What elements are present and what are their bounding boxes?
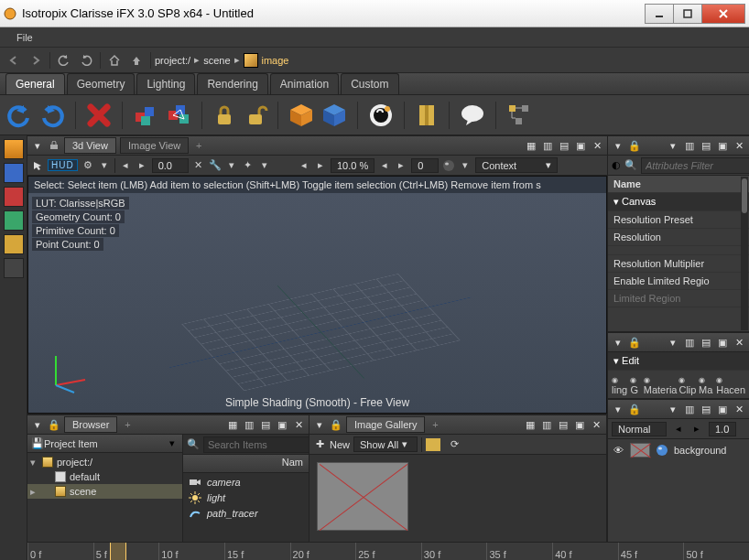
search-icon[interactable]: 🔍 [187,438,200,451]
group-button[interactable] [132,102,159,129]
pos-field[interactable]: 0.0 [152,158,189,173]
tree-item-project[interactable]: ▾project:/ [27,455,182,469]
tree-item-default[interactable]: default [27,469,182,484]
combine-button[interactable] [165,102,192,129]
layout-icon[interactable]: ▤ [700,403,712,415]
close-button[interactable] [701,4,745,24]
panel-close-icon[interactable]: ✕ [591,139,603,152]
lock-icon[interactable]: 🔒 [330,418,342,431]
forward-button[interactable] [26,50,46,70]
tab-rendering[interactable]: Rendering [197,73,267,94]
breadcrumb-root[interactable]: project:/ [155,55,190,66]
undo-button[interactable] [5,102,33,129]
eye-icon[interactable]: 👁 [612,444,624,457]
layout-icon[interactable]: ▣ [716,139,729,152]
layout-icon[interactable]: ▦ [525,139,537,152]
layout-icon[interactable]: ▥ [683,139,696,152]
new-button[interactable]: New [330,439,350,450]
step-left-icon[interactable]: ◂ [298,159,310,172]
gallery-filter[interactable]: Show All▾ [353,436,418,452]
chevron-down-icon[interactable]: ▾ [31,418,44,431]
box-blue-button[interactable] [320,102,348,129]
chevron-down-icon[interactable]: ▾ [667,403,679,415]
layout-icon[interactable]: ▤ [700,139,712,152]
cursor-icon[interactable] [31,159,44,172]
add-tab-icon[interactable]: + [429,418,441,431]
layer-row[interactable]: 👁 background [608,439,749,461]
chevron-down-icon[interactable]: ▾ [612,139,624,152]
lock-icon[interactable]: 🔒 [628,139,641,152]
menu-file[interactable]: File [9,29,40,46]
3d-viewport[interactable]: Select: Select item (LMB) Add item to se… [27,176,607,414]
unlock-button[interactable] [243,102,268,128]
layout-icon[interactable]: ▤ [700,336,712,349]
breadcrumb-scene[interactable]: scene [203,55,230,66]
list-item[interactable]: camera [183,475,309,490]
lock-icon[interactable]: 🔒 [628,403,641,415]
attr-enable-limited[interactable]: Enable Limited Regio [608,273,749,290]
attributes-filter-input[interactable] [641,157,749,174]
timeline[interactable]: 0 f 5 f 10 f 15 f 20 f 25 f 30 f 35 f 40… [27,542,749,560]
hierarchy-button[interactable] [505,102,533,129]
hud-badge[interactable]: HUD [48,159,78,171]
gallery-thumbnail[interactable] [317,462,408,531]
layout-icon[interactable]: ▦ [226,418,239,431]
chevron-down-icon[interactable]: ▾ [313,418,326,431]
chevron-down-icon[interactable]: ▾ [166,437,179,450]
archive-button[interactable] [414,102,440,129]
panel-close-icon[interactable]: ✕ [733,139,745,152]
viewport-tab-image[interactable]: Image View [120,137,189,154]
panel-close-icon[interactable]: ✕ [292,418,305,431]
comment-button[interactable] [459,102,486,129]
edit-tab[interactable]: Ma [699,373,714,395]
edit-tab[interactable]: Materia [644,373,678,395]
edit-section[interactable]: ▾ Edit [608,352,749,371]
step-right-icon[interactable]: ▸ [690,423,703,436]
refresh-icon[interactable]: ⟳ [448,438,461,451]
zoom-field[interactable]: 10.0 % [331,158,374,173]
tab-geometry[interactable]: Geometry [67,73,136,94]
col-name[interactable]: Nam [183,455,309,472]
scrollbar[interactable] [741,177,748,330]
viewport-tab-3d[interactable]: 3d View [64,137,116,154]
panel-close-icon[interactable]: ✕ [733,336,745,349]
step-left-icon[interactable]: ◂ [672,423,685,436]
delete-button[interactable] [85,102,113,129]
layout-icon[interactable]: ▣ [716,403,729,415]
attr-resolution-mult[interactable]: Resolution Multiplier [608,255,749,273]
opacity-field[interactable]: 1.0 [709,422,736,436]
gear-icon[interactable]: ⚙ [81,159,94,172]
sphere-icon[interactable] [656,444,668,457]
tab-general[interactable]: General [5,73,65,94]
edit-tab[interactable]: Clip [678,373,697,395]
add-tab-icon[interactable]: + [121,418,134,431]
step-right-icon[interactable]: ▸ [395,159,407,172]
back-button[interactable] [4,50,24,70]
wrench-icon[interactable]: 🔧 [209,159,222,172]
home-button[interactable] [104,50,125,70]
chevron-down-icon[interactable]: ▾ [98,159,111,172]
layout-icon[interactable]: ▣ [574,139,587,152]
attr-section-canvas[interactable]: ▾ Canvas [608,193,749,211]
slideshow-icon[interactable] [426,438,440,451]
chevron-down-icon[interactable]: ▾ [667,336,679,349]
layout-icon[interactable]: ▥ [540,418,553,431]
save-icon[interactable]: 💾 [31,437,44,450]
tab-lighting[interactable]: Lighting [136,73,195,94]
panel-close-icon[interactable]: ✕ [733,403,745,415]
maximize-button[interactable] [673,4,702,24]
breadcrumb-new-image[interactable]: image [244,53,289,68]
step-right-icon[interactable]: ▸ [136,159,148,172]
chevron-down-icon[interactable]: ▾ [612,336,624,349]
tab-custom[interactable]: Custom [341,73,398,94]
gutter-tool-4[interactable] [4,210,24,231]
list-item[interactable]: path_tracer [183,506,309,521]
blend-mode-select[interactable]: Normal [612,422,667,436]
lock-icon[interactable]: 🔒 [628,336,641,349]
chevron-down-icon[interactable]: ▾ [225,159,238,172]
chevron-down-icon[interactable]: ▾ [459,159,472,172]
attr-resolution-preset[interactable]: Resolution Preset [608,211,749,229]
tab-animation[interactable]: Animation [270,73,339,94]
spark-icon[interactable]: ✦ [242,159,255,172]
timeline-marker[interactable] [110,543,126,560]
